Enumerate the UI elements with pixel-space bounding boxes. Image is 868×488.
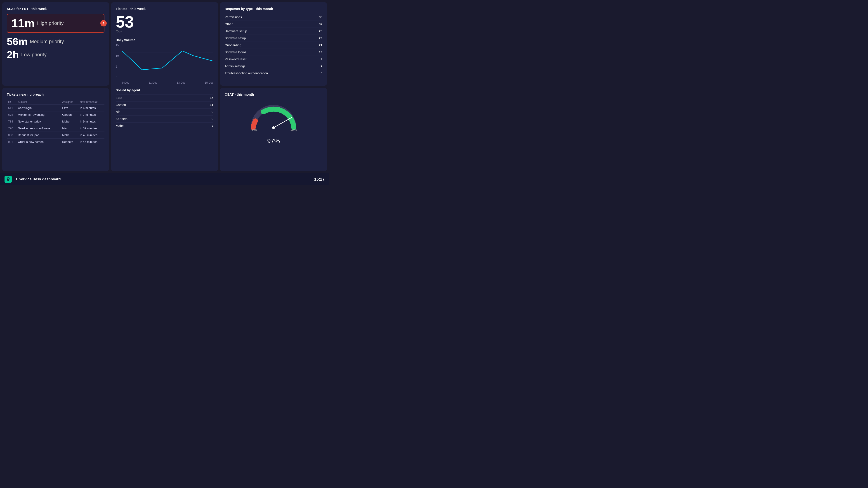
request-row: Hardware setup25 [225,28,322,35]
svg-text:80%: 80% [252,128,257,131]
svg-point-8 [7,178,9,180]
solved-row: Ezra15 [116,94,213,101]
sla-low-priority: 2h Low priority [7,48,104,61]
breach-time: in 9 minutes [79,118,104,125]
sla-low-value: 2h [7,50,19,60]
csat-value: 97% [267,132,280,146]
request-label: Password reset [225,57,246,61]
breach-assignee: Ezra [61,104,79,111]
request-row: Onboarding21 [225,41,322,49]
breach-id: 611 [7,104,17,111]
request-count: 13 [319,51,322,54]
solved-title: Solved by agent [116,88,213,92]
solved-agent-name: Carson [116,103,126,107]
daily-volume-title: Daily volume [116,38,213,42]
solved-agent-name: Nia [116,110,121,114]
app-logo-icon [4,176,12,183]
request-row: Password reset9 [225,56,322,63]
solved-agent-count: 7 [212,124,213,128]
table-row: 790 Need access to software Nia in 39 mi… [7,125,104,131]
breach-subject: Request for ipad [17,131,61,138]
x-label-11dec: 11 Dec [149,81,157,84]
breach-id: 734 [7,118,17,125]
gauge-svg: 80% 100% [249,102,298,131]
chart-x-labels: 9 Dec 11 Dec 13 Dec 15 Dec [122,81,213,84]
breach-card: Tickets nearing breach ID Subject Assign… [2,88,109,171]
sla-medium-value: 56m [7,36,28,47]
breach-assignee: Kenneth [61,138,79,145]
sla-card: SLAs for FRT - this week 11m High priori… [2,2,109,86]
csat-gauge: 80% 100% [249,102,298,131]
request-count: 7 [320,64,322,68]
tickets-total-label: Total [116,30,213,34]
y-label-0: 0 [116,76,119,79]
sla-high-priority: 11m High priority ! [7,14,104,33]
breach-assignee: Nia [61,125,79,131]
request-row: Admin settings7 [225,63,322,70]
bottom-logo: IT Service Desk dashboard [4,176,61,183]
x-label-13dec: 13 Dec [177,81,185,84]
tickets-title: Tickets - this week [116,7,213,11]
request-count: 32 [319,22,322,26]
table-row: 734 New starter today Mabel in 9 minutes [7,118,104,125]
sla-medium-label: Medium priority [30,39,64,44]
request-count: 23 [319,36,322,40]
request-count: 9 [320,57,322,61]
clock: 15:27 [314,177,324,182]
sla-title: SLAs for FRT - this week [7,7,104,11]
request-label: Software setup [225,36,246,40]
app-title: IT Service Desk dashboard [14,177,61,181]
request-row: Software setup23 [225,35,322,41]
col-assignee: Assignee [61,99,79,105]
svg-point-5 [272,126,275,129]
breach-id: 888 [7,131,17,138]
breach-time: in 39 minutes [79,125,104,131]
request-label: Other [225,22,232,26]
y-label-10: 10 [116,54,119,57]
request-count: 35 [319,16,322,19]
breach-table: ID Subject Assignee Next breach at 611 C… [7,99,104,145]
breach-assignee: Mabel [61,118,79,125]
y-label-5: 5 [116,65,119,68]
breach-subject: Order a new screen [17,138,61,145]
breach-id: 678 [7,111,17,118]
solved-list: Ezra15Carson11Nia9Kenneth9Mabel7 [116,94,213,129]
solved-agent-count: 9 [212,117,213,121]
breach-subject: Need access to software [17,125,61,131]
request-row: Troubleshooting authentication5 [225,70,322,77]
csat-number: 97 [267,138,274,145]
request-label: Hardware setup [225,29,247,33]
tickets-card: Tickets - this week 53 Total Daily volum… [111,2,218,171]
breach-id: 901 [7,138,17,145]
breach-subject: New starter today [17,118,61,125]
request-count: 25 [319,29,322,33]
breach-assignee: Carson [61,111,79,118]
solved-agent-count: 15 [210,96,213,100]
breach-title: Tickets nearing breach [7,92,104,96]
breach-time: in 45 minutes [79,131,104,138]
sla-medium-priority: 56m Medium priority [7,35,104,48]
breach-assignee: Mabel [61,131,79,138]
solved-agent-count: 11 [210,103,213,107]
request-label: Software logins [225,51,246,54]
table-row: 901 Order a new screen Kenneth in 45 min… [7,138,104,145]
sla-high-value: 11m [11,18,35,29]
breach-subject: Can't login [17,104,61,111]
chart-area [122,43,213,79]
solved-agent-name: Mabel [116,124,124,128]
svg-text:100%: 100% [290,128,297,131]
solved-row: Nia9 [116,108,213,115]
request-count: 21 [319,43,322,47]
svg-line-4 [274,118,291,128]
request-row: Software logins13 [225,49,322,56]
alert-icon: ! [100,20,107,26]
solved-agent-name: Kenneth [116,117,127,121]
breach-tbody: 611 Can't login Ezra in 4 minutes 678 Mo… [7,104,104,145]
logo-svg [6,177,11,182]
y-label-15: 15 [116,43,119,47]
col-breach: Next breach at [79,99,104,105]
solved-agent-count: 9 [212,110,213,114]
request-label: Permissions [225,16,242,19]
csat-card: CSAT - this month 80% 100% 97% [220,88,327,171]
breach-subject: Monitor isn't working [17,111,61,118]
